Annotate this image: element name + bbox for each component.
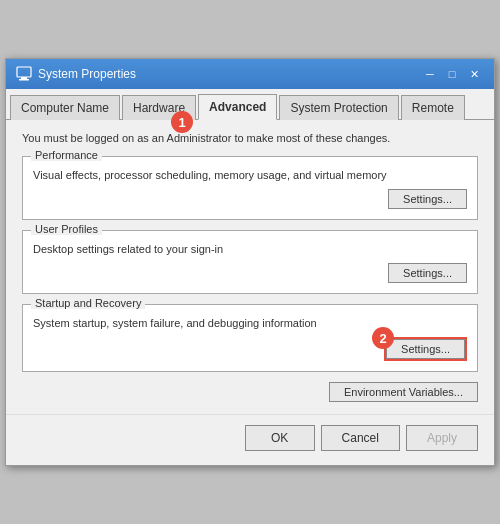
- window-title: System Properties: [38, 67, 136, 81]
- maximize-button[interactable]: □: [442, 64, 462, 84]
- step2-outline: 2 Settings...: [384, 337, 467, 361]
- startup-recovery-label: Startup and Recovery: [31, 297, 145, 309]
- step2-badge: 2: [372, 327, 394, 349]
- performance-section: Performance Visual effects, processor sc…: [22, 156, 478, 220]
- close-button[interactable]: ✕: [464, 64, 484, 84]
- env-vars-row: Environment Variables...: [22, 382, 478, 402]
- svg-rect-1: [21, 77, 27, 79]
- startup-recovery-section: Startup and Recovery System startup, sys…: [22, 304, 478, 372]
- performance-settings-button[interactable]: Settings...: [388, 189, 467, 209]
- title-bar: System Properties ─ □ ✕: [6, 59, 494, 89]
- content-area: You must be logged on as an Administrato…: [6, 120, 494, 414]
- tab-remote[interactable]: Remote: [401, 95, 465, 120]
- user-profiles-section: User Profiles Desktop settings related t…: [22, 230, 478, 294]
- step1-badge: 1: [171, 111, 193, 133]
- tabs-container: Computer Name Hardware Advanced System P…: [6, 89, 494, 120]
- startup-recovery-settings-button[interactable]: Settings...: [386, 339, 465, 359]
- startup-recovery-desc: System startup, system failure, and debu…: [33, 317, 467, 329]
- performance-label: Performance: [31, 149, 102, 161]
- svg-rect-2: [19, 79, 29, 81]
- tab-system-protection[interactable]: System Protection: [279, 95, 398, 120]
- ok-button[interactable]: OK: [245, 425, 315, 451]
- title-bar-left: System Properties: [16, 66, 136, 82]
- cancel-button[interactable]: Cancel: [321, 425, 400, 451]
- svg-rect-0: [17, 67, 31, 77]
- user-profiles-settings-button[interactable]: Settings...: [388, 263, 467, 283]
- window-icon: [16, 66, 32, 82]
- performance-desc: Visual effects, processor scheduling, me…: [33, 169, 467, 181]
- minimize-button[interactable]: ─: [420, 64, 440, 84]
- startup-recovery-btn-row: 2 Settings...: [33, 337, 467, 361]
- title-buttons: ─ □ ✕: [420, 64, 484, 84]
- footer-bar: OK Cancel Apply: [6, 414, 494, 465]
- user-profiles-desc: Desktop settings related to your sign-in: [33, 243, 467, 255]
- apply-button[interactable]: Apply: [406, 425, 478, 451]
- tab-advanced[interactable]: Advanced: [198, 94, 277, 120]
- user-profiles-label: User Profiles: [31, 223, 102, 235]
- system-properties-window: System Properties ─ □ ✕ 1 Computer Name …: [5, 58, 495, 466]
- tab-computer-name[interactable]: Computer Name: [10, 95, 120, 120]
- admin-notice: You must be logged on as an Administrato…: [22, 132, 478, 144]
- environment-variables-button[interactable]: Environment Variables...: [329, 382, 478, 402]
- user-profiles-btn-row: Settings...: [33, 263, 467, 283]
- performance-btn-row: Settings...: [33, 189, 467, 209]
